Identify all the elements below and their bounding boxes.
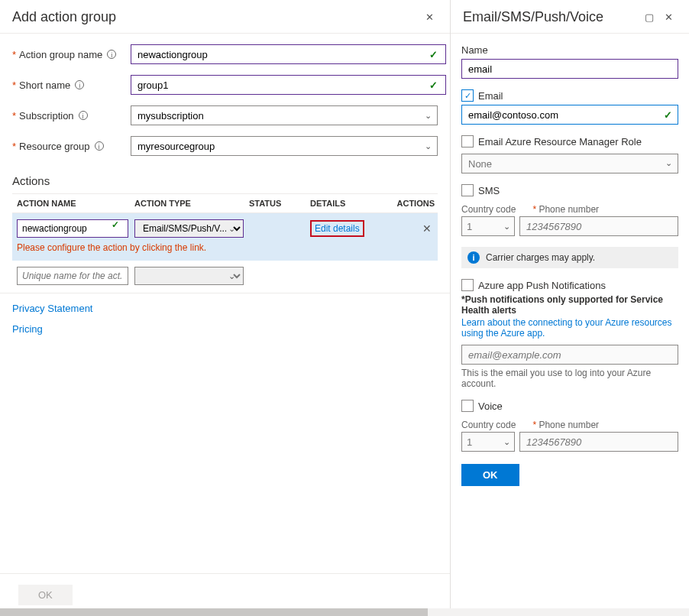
links-block: Privacy Statement Pricing <box>0 293 450 349</box>
table-row: ✓ Email/SMS/Push/V... ⌄ Edit details ✕ <box>12 213 438 239</box>
horizontal-scrollbar[interactable] <box>0 608 689 616</box>
label-voice-country-code: Country code <box>461 420 516 430</box>
label-sms: SMS <box>478 185 500 196</box>
push-note: *Push notifications only supported for S… <box>461 294 678 316</box>
ok-button-disabled: OK <box>18 585 73 605</box>
edit-details-link[interactable]: Edit details <box>310 220 364 237</box>
label-resource-group: * Resource group i <box>12 141 131 152</box>
check-icon: ✓ <box>664 109 672 121</box>
actions-table: ACTION NAME ACTION TYPE STATUS DETAILS A… <box>0 193 450 287</box>
privacy-link[interactable]: Privacy Statement <box>12 303 438 314</box>
push-help-text: This is the email you use to log into yo… <box>461 368 678 389</box>
label-short-name: * Short name i <box>12 79 131 91</box>
pricing-link[interactable]: Pricing <box>12 323 438 335</box>
info-icon[interactable]: i <box>107 50 116 59</box>
info-icon: i <box>467 251 480 264</box>
select-resource-group[interactable]: myresourcegroup <box>131 136 438 156</box>
label-arm-role: Email Azure Resource Manager Role <box>478 136 642 148</box>
input-sms-phone[interactable] <box>519 216 678 236</box>
label-voice-phone: * Phone number <box>531 420 599 430</box>
label-push: Azure app Push Notifications <box>478 280 606 291</box>
label-action-group-name: * Action group name i <box>12 49 131 60</box>
email-sms-push-voice-panel: Email/SMS/Push/Voice ▢ ✕ Name ✓ Email ✓ … <box>451 0 689 616</box>
input-email[interactable] <box>461 105 678 125</box>
info-banner: i Carrier charges may apply. <box>461 247 678 268</box>
col-header-details: DETAILS <box>310 199 370 208</box>
actions-heading: Actions <box>12 174 438 187</box>
info-icon[interactable]: i <box>95 141 104 151</box>
label-sms-country-code: Country code <box>461 204 516 215</box>
checkbox-push[interactable] <box>461 279 474 291</box>
row-action-name-input-empty[interactable] <box>17 267 128 285</box>
select-voice-country-code[interactable]: 1 <box>461 432 515 452</box>
required-asterisk: * <box>12 49 16 60</box>
select-sms-country-code[interactable]: 1 <box>461 216 515 236</box>
check-icon: ✓ <box>112 219 119 230</box>
table-header-row: ACTION NAME ACTION TYPE STATUS DETAILS A… <box>12 193 438 213</box>
close-icon[interactable]: ✕ <box>425 11 438 24</box>
select-subscription[interactable]: mysubscription <box>131 105 438 125</box>
checkbox-email[interactable]: ✓ <box>461 89 474 102</box>
checkbox-voice[interactable] <box>461 400 474 412</box>
right-panel-header: Email/SMS/Push/Voice ▢ ✕ <box>451 0 689 34</box>
maximize-icon[interactable]: ▢ <box>645 11 657 24</box>
input-name[interactable] <box>461 59 678 79</box>
col-header-name: ACTION NAME <box>12 199 134 208</box>
add-action-group-panel: Add action group ✕ * Action group name i… <box>0 0 451 616</box>
checkbox-sms[interactable] <box>461 184 474 196</box>
label-sms-phone: * Phone number <box>531 204 599 215</box>
right-panel-body: Name ✓ Email ✓ Email Azure Resource Mana… <box>451 34 689 494</box>
right-panel-title: Email/SMS/Push/Voice <box>463 9 603 25</box>
form-body: * Action group name i ✓ * Short name i ✓ <box>0 34 450 171</box>
label-subscription: * Subscription i <box>12 110 131 122</box>
ok-button[interactable]: OK <box>461 464 519 486</box>
col-header-type: ACTION TYPE <box>134 199 249 208</box>
left-panel-title: Add action group <box>12 9 116 25</box>
label-name: Name <box>461 44 678 56</box>
info-icon[interactable]: i <box>79 111 88 120</box>
info-banner-text: Carrier charges may apply. <box>486 252 595 263</box>
close-icon[interactable]: ✕ <box>665 11 677 24</box>
input-action-group-name[interactable] <box>131 44 446 64</box>
label-voice: Voice <box>478 400 503 412</box>
input-short-name[interactable] <box>131 75 446 95</box>
delete-row-icon[interactable]: ✕ <box>419 222 435 235</box>
col-header-actions: ACTIONS <box>370 199 438 208</box>
row-warning-text: Please configure the action by clicking … <box>12 239 438 261</box>
table-row-empty: ⌄ <box>12 261 438 287</box>
row-action-type-select-empty[interactable] <box>134 267 244 285</box>
col-header-status: STATUS <box>249 199 310 208</box>
push-learn-link[interactable]: Learn about the connecting to your Azure… <box>461 317 678 339</box>
scrollbar-thumb[interactable] <box>0 608 428 616</box>
info-icon[interactable]: i <box>75 80 84 89</box>
left-panel-header: Add action group ✕ <box>0 0 450 34</box>
input-push-email[interactable] <box>461 345 678 365</box>
checkbox-arm-role[interactable] <box>461 135 474 148</box>
label-email: Email <box>478 90 503 102</box>
input-voice-phone[interactable] <box>519 432 678 452</box>
row-action-type-select[interactable]: Email/SMS/Push/V... <box>134 219 244 238</box>
select-arm-role[interactable]: None <box>461 154 678 173</box>
